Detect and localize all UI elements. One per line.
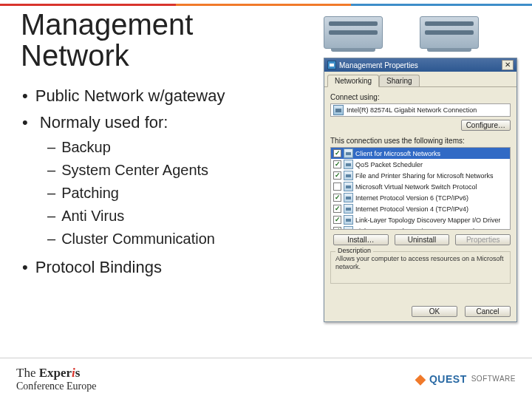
list-item[interactable]: ✓File and Printer Sharing for Microsoft … — [331, 170, 510, 181]
list-item-label: QoS Packet Scheduler — [355, 161, 423, 168]
list-item-label: Internet Protocol Version 6 (TCP/IPv6) — [355, 194, 468, 202]
dialog-titlebar: Management Properties ✕ — [324, 58, 516, 72]
connect-using-label: Connect using: — [330, 93, 511, 101]
quest-logo: ◆ QUEST SOFTWARE — [415, 373, 516, 385]
list-item-label: Internet Protocol Version 4 (TCP/IPv4) — [355, 205, 468, 213]
component-icon — [344, 204, 353, 214]
title-line-1: Management — [21, 8, 193, 41]
subbullet-backup: Backup — [47, 137, 303, 157]
experis-sub: Conference Europe — [16, 381, 96, 392]
install-button[interactable]: Install… — [333, 234, 389, 245]
cancel-button[interactable]: Cancel — [465, 306, 511, 317]
properties-dialog: Management Properties ✕ Networking Shari… — [324, 58, 517, 322]
bullet-list: Public Network w/gateway Normaly used fo… — [22, 85, 303, 283]
checkbox[interactable] — [333, 183, 341, 191]
server-graphics — [324, 6, 479, 49]
dialog-body: Connect using: Intel(R) 82574L Gigabit N… — [324, 87, 516, 290]
list-item[interactable]: Microsoft Virtual Network Switch Protoco… — [331, 181, 510, 192]
dialog-title-text: Management Properties — [339, 61, 418, 69]
tab-sharing[interactable]: Sharing — [379, 75, 419, 86]
subbullet-patching: Patching — [47, 183, 303, 203]
quest-software: SOFTWARE — [471, 375, 516, 383]
component-icon — [344, 171, 353, 180]
subbullet-sc-agents: System Center Agents — [47, 160, 303, 180]
component-icon — [344, 193, 353, 202]
description-label: Description — [335, 247, 373, 254]
configure-button[interactable]: Configure… — [461, 120, 511, 131]
properties-button[interactable]: Properties — [455, 234, 511, 245]
ok-button[interactable]: OK — [412, 306, 457, 317]
adapter-name: Intel(R) 82574L Gigabit Network Connecti… — [347, 106, 508, 114]
list-item[interactable]: ✓Client for Microsoft Networks — [331, 148, 510, 159]
list-item-label: Link-Layer Topology Discovery Mapper I/O… — [355, 216, 500, 224]
subbullet-cluster-comm: Cluster Communication — [47, 229, 303, 249]
experis-s: s — [75, 366, 81, 380]
experis-logo: The Experis Conference Europe — [16, 366, 96, 392]
component-icon — [344, 160, 353, 169]
checkbox[interactable]: ✓ — [333, 205, 341, 213]
list-item-label: Link-Layer Topology Discovery Responder — [355, 228, 480, 231]
checkbox[interactable]: ✓ — [333, 194, 341, 202]
tab-networking[interactable]: Networking — [327, 75, 379, 87]
bullet-public-network: Public Network w/gateway — [22, 85, 303, 107]
bullet-protocol-bindings: Protocol Bindings — [22, 256, 303, 279]
network-icon — [327, 61, 336, 69]
list-item[interactable]: ✓Internet Protocol Version 4 (TCP/IPv4) — [331, 203, 510, 214]
server-icon — [324, 6, 383, 49]
adapter-dropdown[interactable]: Intel(R) 82574L Gigabit Network Connecti… — [330, 103, 511, 117]
uninstall-button[interactable]: Uninstall — [395, 234, 450, 245]
list-item[interactable]: ✓Internet Protocol Version 6 (TCP/IPv6) — [331, 192, 510, 203]
title-line-2: Network — [21, 39, 129, 72]
subbullet-antivirus: Anti Virus — [47, 206, 303, 226]
checkbox[interactable]: ✓ — [333, 227, 341, 230]
list-item-label: Microsoft Virtual Network Switch Protoco… — [355, 183, 477, 191]
checkbox[interactable]: ✓ — [333, 216, 341, 224]
component-icon — [344, 226, 353, 230]
list-item-label: File and Printer Sharing for Microsoft N… — [355, 172, 494, 180]
experis-the: The — [16, 366, 39, 380]
component-icon — [344, 215, 353, 225]
slide-footer: The Experis Conference Europe ◆ QUEST SO… — [0, 358, 532, 399]
checkbox[interactable]: ✓ — [333, 160, 341, 168]
quest-name: QUEST — [429, 373, 467, 385]
bullet-normally-used: Normaly used for: Backup System Center A… — [22, 112, 303, 250]
server-icon — [420, 6, 479, 49]
component-icon — [344, 149, 353, 158]
checkbox[interactable]: ✓ — [333, 149, 341, 157]
experis-exper: Exper — [39, 366, 72, 380]
close-button[interactable]: ✕ — [502, 60, 514, 70]
checkbox[interactable]: ✓ — [333, 171, 341, 180]
components-listbox[interactable]: ✓Client for Microsoft Networks✓QoS Packe… — [330, 147, 511, 230]
tab-strip: Networking Sharing — [324, 72, 516, 87]
slide-title: Management Network — [21, 9, 193, 71]
list-item[interactable]: ✓Link-Layer Topology Discovery Mapper I/… — [331, 214, 510, 225]
description-groupbox: Description Allows your computer to acce… — [330, 251, 511, 284]
component-icon — [344, 182, 353, 191]
description-text: Allows your computer to access resources… — [335, 255, 505, 271]
nic-icon — [333, 105, 344, 115]
list-item[interactable]: ✓QoS Packet Scheduler — [331, 159, 510, 170]
items-label: This connection uses the following items… — [330, 137, 511, 145]
list-item-label: Client for Microsoft Networks — [355, 150, 440, 157]
slide: Management Network Public Network w/gate… — [0, 0, 532, 399]
bullet-normally-used-label: Normaly used for: — [40, 113, 168, 132]
list-item[interactable]: ✓Link-Layer Topology Discovery Responder — [331, 225, 510, 230]
